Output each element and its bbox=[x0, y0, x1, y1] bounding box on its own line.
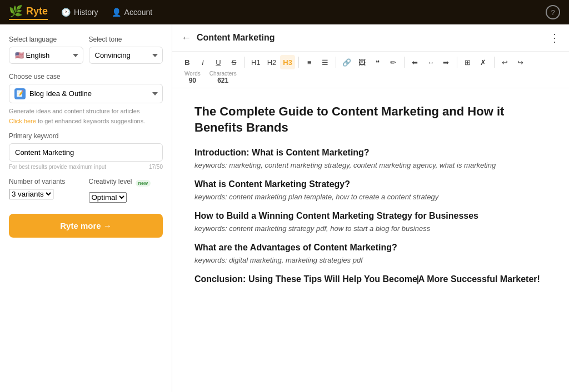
toolbar-divider-6 bbox=[494, 57, 495, 68]
bullet-list-icon: ≡ bbox=[307, 58, 312, 67]
more-dots-icon: ⋮ bbox=[549, 31, 560, 44]
h2-icon: H2 bbox=[267, 58, 277, 67]
section-keywords: keywords: digital marketing, marketing s… bbox=[194, 256, 547, 264]
input-hint-row: For best results provide maximum input 1… bbox=[9, 164, 163, 170]
bullet-list-button[interactable]: ≡ bbox=[302, 55, 317, 69]
creativity-label-row: Creativity level new bbox=[89, 178, 163, 189]
conclusion-section: Conclusion: Using These Tips Will Help Y… bbox=[194, 274, 547, 284]
account-icon: 👤 bbox=[112, 8, 121, 17]
use-case-select-wrap: 📝 Blog Idea & Outline Product Descriptio… bbox=[9, 84, 163, 103]
table-icon: ⊞ bbox=[465, 58, 471, 67]
image-button[interactable]: 🖼 bbox=[355, 55, 370, 69]
use-case-description: Generate ideas and content structure for… bbox=[9, 108, 163, 114]
underline-button[interactable]: U bbox=[211, 55, 226, 69]
italic-button[interactable]: i bbox=[196, 55, 210, 69]
align-right-button[interactable]: ➡ bbox=[439, 55, 453, 69]
tone-label: Select tone bbox=[89, 36, 163, 43]
content-header: ← Content Marketing ⋮ bbox=[172, 24, 569, 52]
use-case-section: Choose use case 📝 Blog Idea & Outline Pr… bbox=[9, 73, 163, 125]
language-tone-row: Select language 🇺🇸 English 🇪🇸 Spanish 🇫🇷… bbox=[9, 36, 163, 64]
toolbar-divider-5 bbox=[457, 57, 457, 68]
tone-select[interactable]: Convincing Formal Casual Friendly bbox=[89, 47, 163, 64]
creativity-new-badge: new bbox=[136, 180, 151, 187]
back-button[interactable]: ← bbox=[181, 32, 191, 44]
nav-history[interactable]: 🕐 History bbox=[61, 8, 98, 17]
main-layout: Select language 🇺🇸 English 🇪🇸 Spanish 🇫🇷… bbox=[0, 24, 569, 392]
click-here-suffix: to get enhanced keywords suggestions. bbox=[36, 118, 145, 124]
highlight-button[interactable]: ✏ bbox=[386, 55, 401, 69]
h1-button[interactable]: H1 bbox=[248, 55, 263, 69]
variants-wrap: Number of variants 1 variant 2 variants … bbox=[9, 178, 83, 203]
help-button[interactable]: ? bbox=[546, 5, 560, 19]
language-select[interactable]: 🇺🇸 English 🇪🇸 Spanish 🇫🇷 French 🇩🇪 Germa… bbox=[9, 47, 83, 64]
align-left-button[interactable]: ⬅ bbox=[408, 55, 422, 69]
sidebar: Select language 🇺🇸 English 🇪🇸 Spanish 🇫🇷… bbox=[0, 24, 172, 392]
input-count: 17/50 bbox=[149, 164, 163, 170]
variants-select[interactable]: 1 variant 2 variants 3 variants bbox=[9, 189, 53, 199]
toolbar-divider-3 bbox=[336, 57, 336, 68]
ryte-more-button[interactable]: Ryte more → bbox=[9, 214, 163, 238]
strikethrough-button[interactable]: S bbox=[227, 55, 241, 69]
redo-icon: ↪ bbox=[517, 58, 523, 67]
words-display: Words 90 bbox=[184, 71, 201, 84]
use-case-select[interactable]: Blog Idea & Outline Product Description … bbox=[9, 84, 163, 103]
table-button[interactable]: ⊞ bbox=[461, 55, 475, 69]
primary-keyword-label: Primary keyword bbox=[9, 132, 163, 140]
use-case-icon: 📝 bbox=[14, 88, 26, 99]
strike-icon: S bbox=[232, 58, 237, 67]
redo-button[interactable]: ↪ bbox=[513, 55, 528, 69]
help-icon: ? bbox=[551, 8, 555, 17]
back-arrow-icon: ← bbox=[181, 32, 191, 44]
chars-label: Characters bbox=[209, 71, 237, 77]
history-icon: 🕐 bbox=[61, 8, 71, 17]
primary-keyword-input[interactable] bbox=[9, 143, 163, 162]
toolbar-divider-2 bbox=[298, 57, 299, 68]
variants-label: Number of variants bbox=[9, 178, 83, 185]
more-options-button[interactable]: ⋮ bbox=[549, 31, 560, 44]
toolbar-divider-4 bbox=[404, 57, 405, 68]
editor-area[interactable]: The Complete Guide to Content Marketing … bbox=[172, 88, 569, 392]
click-here-link[interactable]: Click here bbox=[9, 118, 36, 124]
h3-button[interactable]: H3 bbox=[280, 55, 295, 69]
h3-icon: H3 bbox=[283, 58, 292, 67]
logo[interactable]: 🌿 Ryte bbox=[9, 4, 48, 20]
use-case-label: Choose use case bbox=[9, 73, 163, 81]
ordered-list-button[interactable]: ☰ bbox=[318, 55, 332, 69]
nav-account[interactable]: 👤 Account bbox=[112, 8, 153, 17]
clear-format-button[interactable]: ✗ bbox=[476, 55, 491, 69]
align-center-button[interactable]: ↔ bbox=[423, 55, 438, 69]
variants-creativity-row: Number of variants 1 variant 2 variants … bbox=[9, 178, 163, 203]
section-heading: How to Build a Winning Content Marketing… bbox=[194, 211, 547, 221]
h2-button[interactable]: H2 bbox=[264, 55, 279, 69]
section-heading: Introduction: What is Content Marketing? bbox=[194, 148, 547, 158]
ordered-list-icon: ☰ bbox=[322, 58, 328, 67]
align-center-icon: ↔ bbox=[427, 58, 434, 67]
section-keywords: keywords: content marketing plan templat… bbox=[194, 193, 547, 201]
section-heading: What is Content Marketing Strategy? bbox=[194, 179, 547, 189]
tone-select-wrap: Select tone Convincing Formal Casual Fri… bbox=[89, 36, 163, 64]
conclusion-text: Conclusion: Using These Tips Will Help Y… bbox=[194, 274, 547, 284]
blockquote-button[interactable]: ❝ bbox=[371, 55, 385, 69]
conclusion-start: Conclusion: Using These Tips Will Help Y… bbox=[194, 274, 417, 284]
words-label: Words bbox=[184, 71, 201, 77]
chars-display: Characters 621 bbox=[209, 71, 237, 84]
input-hint-text: For best results provide maximum input bbox=[9, 164, 106, 170]
creativity-select[interactable]: Low Optimal High bbox=[89, 192, 127, 203]
highlight-icon: ✏ bbox=[390, 58, 396, 67]
italic-icon: i bbox=[202, 58, 204, 67]
h1-icon: H1 bbox=[251, 58, 261, 67]
content-area: ← Content Marketing ⋮ B i U S H1 H2 H3 ≡… bbox=[172, 24, 569, 392]
topnav: 🌿 Ryte 🕐 History 👤 Account ? bbox=[0, 0, 569, 24]
link-button[interactable]: 🔗 bbox=[340, 55, 354, 69]
sections-container: Introduction: What is Content Marketing?… bbox=[194, 148, 547, 264]
align-right-icon: ➡ bbox=[443, 58, 449, 67]
undo-button[interactable]: ↩ bbox=[498, 55, 512, 69]
bold-button[interactable]: B bbox=[180, 55, 194, 69]
underline-icon: U bbox=[216, 58, 221, 67]
logo-text: Ryte bbox=[26, 6, 48, 17]
section-keywords: keywords: marketing, content marketing s… bbox=[194, 161, 547, 169]
history-label: History bbox=[74, 8, 98, 17]
creativity-label: Creativity level bbox=[89, 178, 132, 185]
section-heading: What are the Advantages of Content Marke… bbox=[194, 243, 547, 253]
account-label: Account bbox=[124, 8, 153, 17]
